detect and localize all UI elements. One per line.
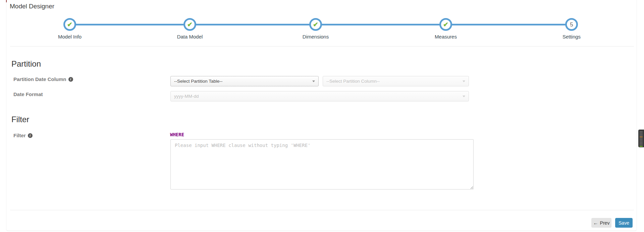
- save-button-label: Save: [619, 220, 629, 226]
- partition-table-select[interactable]: --Select Partition Table--: [170, 76, 319, 86]
- info-icon[interactable]: i: [28, 133, 33, 138]
- scroll-minimap-widget[interactable]: [638, 130, 644, 147]
- left-arrow-icon: ←: [593, 220, 598, 225]
- prev-button[interactable]: ← Prev: [591, 218, 611, 228]
- minimap-line: [640, 143, 643, 144]
- info-icon[interactable]: i: [68, 77, 73, 82]
- chevron-down-icon: [312, 80, 315, 82]
- minimap-line: [640, 138, 643, 139]
- partition-column-select: --Select Partition Column--: [323, 76, 469, 86]
- footer-divider: [10, 210, 634, 210]
- chevron-down-icon: [463, 95, 465, 97]
- step-label: Dimensions: [289, 34, 342, 40]
- step-label: Settings: [545, 34, 598, 40]
- where-keyword-label: WHERE: [170, 132, 184, 137]
- date-format-label-text: Date Format: [13, 91, 43, 97]
- check-icon: ✔: [187, 21, 193, 28]
- partition-heading: Partition: [11, 59, 41, 69]
- check-icon: ✔: [67, 21, 72, 28]
- date-format-select-value: yyyy-MM-dd: [174, 94, 199, 99]
- step-label: Measures: [419, 34, 473, 40]
- minimap-line: [640, 142, 643, 143]
- stepper-step-dimensions[interactable]: ✔ Dimensions: [289, 18, 342, 40]
- chevron-down-icon: [463, 80, 465, 82]
- minimap-line: [640, 134, 643, 135]
- panel-top-tick: [6, 0, 7, 2]
- stepper-step-settings[interactable]: 5 Settings: [545, 18, 598, 40]
- minimap-line: [640, 141, 643, 141]
- minimap-line: [640, 145, 643, 145]
- step-label: Model Info: [43, 34, 97, 40]
- minimap-line: [640, 146, 643, 147]
- filter-label: Filter i: [13, 133, 33, 138]
- step-circle-icon[interactable]: 5: [565, 18, 578, 31]
- filter-label-text: Filter: [13, 133, 26, 138]
- minimap-line: [640, 131, 643, 132]
- step-circle-icon[interactable]: ✔: [309, 18, 322, 31]
- stepper-step-data-model[interactable]: ✔ Data Model: [163, 18, 217, 40]
- date-format-label: Date Format: [13, 91, 43, 97]
- minimap-line: [640, 137, 643, 137]
- check-icon: ✔: [443, 21, 448, 28]
- partition-date-column-label: Partition Date Column i: [13, 76, 73, 82]
- partition-table-select-value: --Select Partition Table--: [174, 79, 223, 84]
- stepper-divider: [10, 46, 634, 47]
- check-icon: ✔: [313, 21, 318, 28]
- minimap-line: [640, 133, 643, 133]
- page-title: Model Designer: [10, 3, 54, 10]
- step-circle-icon[interactable]: ✔: [439, 18, 452, 31]
- step-circle-icon[interactable]: ✔: [183, 18, 196, 31]
- partition-column-select-value: --Select Partition Column--: [326, 79, 380, 84]
- step-number: 5: [570, 22, 573, 27]
- partition-date-column-label-text: Partition Date Column: [13, 76, 66, 82]
- stepper-step-measures[interactable]: ✔ Measures: [419, 18, 473, 40]
- filter-heading: Filter: [11, 115, 29, 124]
- where-clause-input[interactable]: [170, 139, 474, 189]
- minimap-line: [640, 135, 643, 136]
- save-button[interactable]: Save: [615, 218, 633, 228]
- stepper-step-model-info[interactable]: ✔ Model Info: [43, 18, 97, 40]
- minimap-line: [640, 139, 643, 140]
- prev-button-label: Prev: [600, 220, 610, 226]
- step-circle-icon[interactable]: ✔: [63, 18, 76, 31]
- date-format-select: yyyy-MM-dd: [170, 91, 469, 101]
- step-label: Data Model: [163, 34, 217, 40]
